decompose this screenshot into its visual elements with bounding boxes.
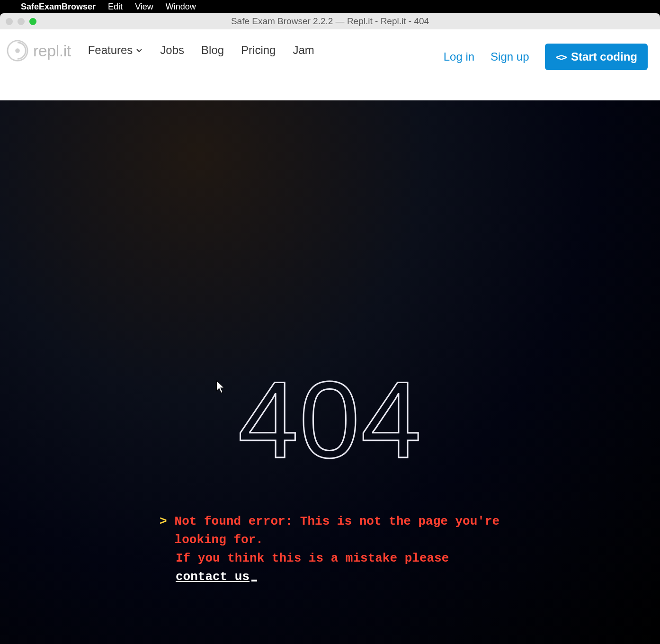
start-coding-label: Start coding [571,50,637,63]
brand[interactable]: repl.it [7,40,71,62]
page-content: 404 > Not found error: This is not the p… [0,100,660,644]
signup-link[interactable]: Sign up [491,50,529,63]
maximize-window-button[interactable] [29,18,36,25]
terminal-caret-icon [251,580,257,581]
window-titlebar: Safe Exam Browser 2.2.2 — Repl.it - Repl… [0,13,660,29]
error-code-heading: 404 [238,366,422,474]
minimize-window-button[interactable] [18,18,25,25]
traffic-lights [6,18,36,25]
nav-jam[interactable]: Jam [293,44,314,57]
nav-blog[interactable]: Blog [201,44,224,57]
auth-group: Log in Sign up <> Start coding [444,44,648,70]
terminal-prompt-icon: > [160,512,167,549]
nav-pricing[interactable]: Pricing [241,44,276,57]
site-header: repl.it Features Jobs Blog Pricing Jam L… [0,29,660,100]
error-message-block: > Not found error: This is not the page … [160,512,500,586]
mac-menubar: SafeExamBrowser Edit View Window [0,0,660,13]
nav-features-label: Features [88,44,133,57]
menubar-edit[interactable]: Edit [108,2,123,12]
error-line-1: Not found error: This is not the page yo… [175,512,500,549]
start-coding-button[interactable]: <> Start coding [545,44,648,70]
main-nav: Features Jobs Blog Pricing Jam [88,44,314,57]
code-icon: <> [555,51,566,63]
replit-logo-icon [7,40,28,62]
svg-point-1 [15,48,20,53]
brand-name: repl.it [33,42,71,60]
window-title: Safe Exam Browser 2.2.2 — Repl.it - Repl… [231,16,429,27]
contact-us-link[interactable]: contact us [176,570,250,584]
browser-window: Safe Exam Browser 2.2.2 — Repl.it - Repl… [0,13,660,644]
close-window-button[interactable] [6,18,13,25]
nav-jobs[interactable]: Jobs [160,44,184,57]
menubar-window[interactable]: Window [166,2,196,12]
cursor-icon [215,380,226,396]
nav-features[interactable]: Features [88,44,143,57]
login-link[interactable]: Log in [444,50,474,63]
chevron-down-icon [135,44,143,57]
error-line-2: If you think this is a mistake please co… [160,549,500,586]
menubar-app-name[interactable]: SafeExamBrowser [21,2,96,12]
menubar-view[interactable]: View [135,2,153,12]
